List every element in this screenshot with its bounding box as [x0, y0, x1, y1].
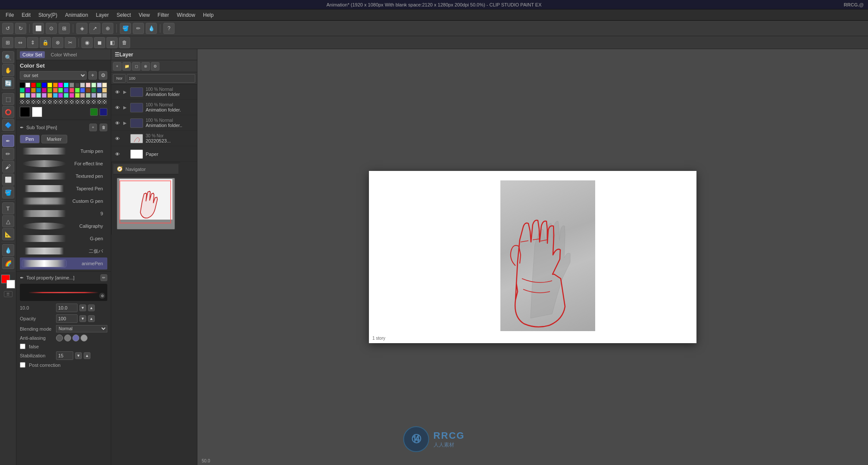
text-tool[interactable]: T: [2, 202, 14, 214]
layer-item[interactable]: 👁 ▶ 100 % Normal Animation folder.: [111, 100, 197, 115]
blue-swatch[interactable]: [100, 108, 107, 116]
brush-item-6[interactable]: Calligraphy: [20, 220, 107, 232]
green-swatch[interactable]: [90, 108, 98, 116]
help-btn[interactable]: ?: [163, 23, 175, 34]
color-swatch-34[interactable]: [31, 93, 36, 98]
eraser-tool[interactable]: ⬜: [2, 174, 14, 186]
color-set-tab[interactable]: Color Set: [20, 51, 45, 58]
color-swatch-10[interactable]: [75, 83, 80, 87]
color-swatch-47[interactable]: [102, 93, 107, 98]
eyedrop-tool[interactable]: 💧: [2, 244, 14, 256]
color-swatch-17[interactable]: [25, 88, 30, 93]
color-swatch-2[interactable]: [31, 83, 36, 87]
color-swatch-36[interactable]: [42, 93, 47, 98]
menu-item-select[interactable]: Select: [113, 11, 134, 19]
color-swatch-25[interactable]: [69, 88, 74, 93]
layer-vis-4[interactable]: 👁: [114, 135, 121, 142]
color-swatch-20[interactable]: [42, 88, 47, 93]
layer-item[interactable]: 👁 30 % Nor 20220523...: [111, 131, 197, 146]
color-swatch-41[interactable]: [69, 93, 74, 98]
layer-item[interactable]: 👁 ▶ 100 % Normal Animation folder: [111, 84, 197, 100]
checker-swatch-4[interactable]: [42, 99, 47, 104]
color-swatch-37[interactable]: [47, 93, 52, 98]
trash-btn[interactable]: 🗑: [119, 37, 130, 48]
postcorrection-checkbox[interactable]: [20, 362, 25, 368]
menu-item-help[interactable]: Help: [200, 11, 217, 19]
canvas-area[interactable]: 1 story 50.0: [197, 49, 868, 465]
checker-swatch-12[interactable]: [86, 99, 91, 104]
menu-item-view[interactable]: View: [135, 11, 153, 19]
transparent-btn[interactable]: ☰: [4, 291, 12, 297]
flip-h-btn[interactable]: ⇔: [15, 37, 26, 48]
brush-size-inc[interactable]: ▲: [88, 304, 95, 311]
background-swatch[interactable]: [32, 107, 42, 117]
aa-opt-3[interactable]: [72, 335, 79, 341]
pen-tool[interactable]: ✒: [2, 135, 14, 147]
checker-swatch-2[interactable]: [31, 99, 36, 104]
color-swatch-32[interactable]: [20, 93, 25, 98]
eyedrop-btn[interactable]: 💧: [146, 23, 157, 34]
color-swatch-26[interactable]: [75, 88, 80, 93]
brush-item-8[interactable]: 二仮パ: [20, 245, 107, 257]
marker-tab[interactable]: Marker: [41, 135, 67, 143]
checker-swatch-7[interactable]: [58, 99, 63, 104]
clip-btn[interactable]: ✂: [65, 37, 76, 48]
pen-tab[interactable]: Pen: [20, 135, 40, 143]
color-set-dropdown[interactable]: our set: [20, 71, 87, 80]
subtool-del[interactable]: 🗑: [100, 124, 107, 131]
color-swatch-29[interactable]: [91, 88, 96, 93]
lasso-tool[interactable]: ⭕: [2, 106, 14, 118]
layer-item[interactable]: 👁 ▶ 100 % Normal Animation folder..: [111, 115, 197, 131]
stab-inc[interactable]: ▲: [84, 352, 91, 359]
aa-opt-2[interactable]: [64, 335, 71, 341]
aa-opt-4[interactable]: [81, 335, 87, 341]
menu-item-window[interactable]: Window: [173, 11, 199, 19]
hand-tool[interactable]: ✋: [2, 64, 14, 76]
brush-size-dec[interactable]: ▼: [79, 304, 86, 311]
layer-mask[interactable]: ◻: [132, 62, 141, 71]
brush-preview-settings[interactable]: ⚙: [99, 293, 105, 299]
color-swatch-5[interactable]: [47, 83, 52, 87]
menu-item-animation[interactable]: Animation: [62, 11, 91, 19]
menu-item-filter[interactable]: Filter: [154, 11, 173, 19]
color-swatch-43[interactable]: [80, 93, 85, 98]
fill-btn[interactable]: 🪣: [120, 23, 131, 34]
navigator-thumb[interactable]: [117, 178, 175, 229]
layer-merge[interactable]: ⊗: [141, 62, 150, 71]
color-swatch-22[interactable]: [53, 88, 58, 93]
lock-btn[interactable]: 🔒: [40, 37, 51, 48]
ruler-tool[interactable]: 📐: [2, 228, 14, 240]
color-swatch-7[interactable]: [58, 83, 63, 87]
color-swatch-45[interactable]: [91, 93, 96, 98]
view-btn[interactable]: ◈: [76, 23, 87, 34]
brush-item-7[interactable]: G-pen: [20, 232, 107, 245]
color-swatch-27[interactable]: [80, 88, 85, 93]
color-swatch-11[interactable]: [80, 83, 85, 87]
zoom-tool[interactable]: 🔍: [2, 51, 14, 63]
layer-opacity-value[interactable]: 100: [127, 74, 195, 83]
checker-swatch-9[interactable]: [69, 99, 74, 104]
layer-new[interactable]: +: [113, 62, 122, 71]
brush-item-1[interactable]: For effect line: [20, 158, 107, 170]
color-swatch-8[interactable]: [64, 83, 69, 87]
checker-swatch-3[interactable]: [36, 99, 41, 104]
ref-btn[interactable]: ◧: [106, 37, 118, 48]
brush-item-5[interactable]: 9: [20, 208, 107, 220]
checker-swatch-11[interactable]: [80, 99, 85, 104]
sharp-checkbox[interactable]: [20, 344, 25, 349]
color-swatch-31[interactable]: [102, 88, 107, 93]
checker-swatch-14[interactable]: [97, 99, 102, 104]
color-swatch-21[interactable]: [47, 88, 52, 93]
opacity-inc[interactable]: ▲: [88, 315, 95, 322]
rotate-btn[interactable]: ↗: [89, 23, 100, 34]
brush-item-0[interactable]: Turnip pen: [20, 145, 107, 157]
color-swatch-0[interactable]: [20, 83, 25, 87]
color-swatch-9[interactable]: [69, 83, 74, 87]
fill2-btn[interactable]: ◼: [94, 37, 105, 48]
select-btn[interactable]: ⬜: [33, 23, 44, 34]
subtool-add[interactable]: +: [89, 124, 97, 131]
bg-color[interactable]: [6, 280, 15, 288]
menu-item-layer[interactable]: Layer: [92, 11, 112, 19]
checker-swatch-15[interactable]: [102, 99, 107, 104]
brush-item-4[interactable]: Custom G pen: [20, 195, 107, 207]
